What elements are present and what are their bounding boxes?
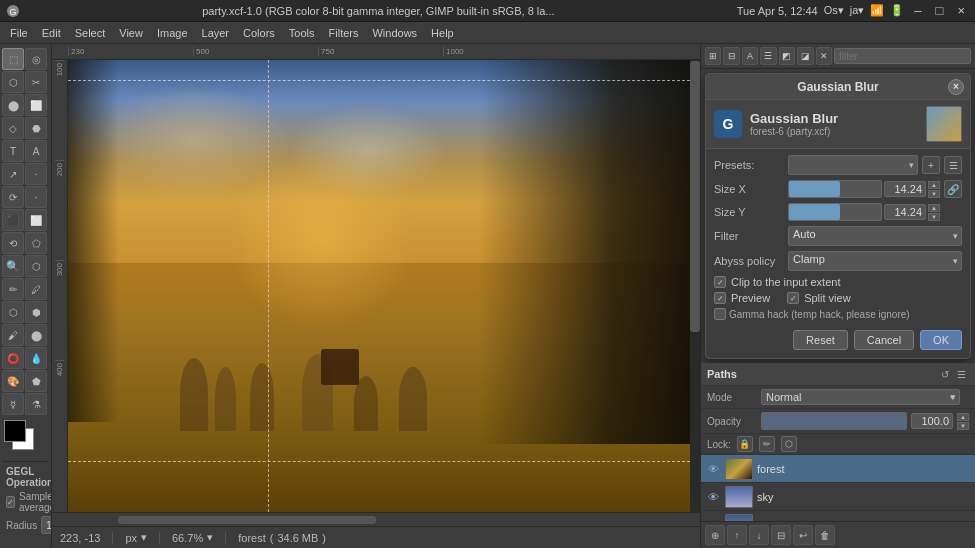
tool-clone[interactable]: ⭕ (2, 347, 24, 369)
top-icon-x[interactable]: ✕ (816, 47, 832, 65)
tool-move[interactable]: ↗ (2, 163, 24, 185)
opacity-spin-up[interactable]: ▲ (957, 413, 969, 421)
split-checkbox[interactable] (787, 292, 799, 304)
top-icon-grid[interactable]: ⊞ (705, 47, 721, 65)
menu-select[interactable]: Select (69, 25, 112, 41)
opacity-spin-down[interactable]: ▼ (957, 422, 969, 430)
sample-average-checkbox[interactable] (6, 496, 15, 508)
lock-alpha-button[interactable]: ⬡ (781, 436, 797, 452)
size-y-spin-up[interactable]: ▲ (928, 204, 940, 212)
ok-button[interactable]: OK (920, 330, 962, 350)
raise-layer-button[interactable]: ↑ (727, 525, 747, 545)
top-icon-layers[interactable]: ⊟ (723, 47, 739, 65)
tool-cage[interactable]: ⬠ (25, 232, 47, 254)
tool-crop[interactable]: ⬞ (25, 163, 47, 185)
gamma-checkbox[interactable] (714, 308, 726, 320)
dialog-close-button[interactable]: × (948, 79, 964, 95)
top-icon-pattern[interactable]: ◩ (779, 47, 795, 65)
layer-item-sky1[interactable]: 👁 sky #1 (701, 511, 975, 521)
new-layer-button[interactable]: ⊕ (705, 525, 725, 545)
tool-blend[interactable]: ⬟ (25, 370, 47, 392)
filter-input[interactable] (834, 48, 971, 64)
menu-help[interactable]: Help (425, 25, 460, 41)
size-x-spin-up[interactable]: ▲ (928, 181, 940, 189)
menu-windows[interactable]: Windows (366, 25, 423, 41)
menu-colors[interactable]: Colors (237, 25, 281, 41)
lock-pixels-button[interactable]: 🔒 (737, 436, 753, 452)
zoom-selector[interactable]: 66.7% ▾ (172, 531, 213, 544)
tool-perspective[interactable]: ⬜ (25, 209, 47, 231)
tool-airbrush[interactable]: ⬢ (25, 301, 47, 323)
tool-free-select[interactable]: ⬡ (2, 71, 24, 93)
tool-ellipse-select[interactable]: ◎ (25, 48, 47, 70)
paths-refresh-button[interactable]: ↺ (937, 366, 953, 382)
tool-paintbrush[interactable]: ✏ (2, 278, 24, 300)
tool-rect-select[interactable]: ⬚ (2, 48, 24, 70)
top-icon-gradient[interactable]: ◪ (797, 47, 813, 65)
close-button[interactable]: × (953, 3, 969, 18)
tool-pencil[interactable]: 🖊 (25, 278, 47, 300)
cancel-button[interactable]: Cancel (854, 330, 914, 350)
horizontal-scrollbar[interactable] (52, 512, 700, 526)
duplicate-layer-button[interactable]: ⊟ (771, 525, 791, 545)
size-y-slider[interactable] (788, 203, 882, 221)
menu-view[interactable]: View (113, 25, 149, 41)
tool-by-color[interactable]: ⬤ (2, 94, 24, 116)
maximize-button[interactable]: □ (932, 3, 948, 18)
tool-heal[interactable]: 💧 (25, 347, 47, 369)
presets-add-button[interactable]: + (922, 156, 940, 174)
tool-fuzzy-select[interactable]: ✂ (25, 71, 47, 93)
tool-shear[interactable]: ⬛ (2, 209, 24, 231)
tool-flip[interactable]: ⟲ (2, 232, 24, 254)
presets-menu-button[interactable]: ☰ (944, 156, 962, 174)
tool-measure[interactable]: ⬡ (25, 255, 47, 277)
menu-file[interactable]: File (4, 25, 34, 41)
tool-mypaint[interactable]: ⬤ (25, 324, 47, 346)
size-x-slider[interactable] (788, 180, 882, 198)
size-link-button[interactable]: 🔗 (944, 180, 962, 198)
size-x-input[interactable] (884, 181, 926, 197)
tool-ink[interactable]: 🖌 (2, 324, 24, 346)
v-scroll-thumb[interactable] (690, 61, 700, 332)
tool-bucket[interactable]: 🎨 (2, 370, 24, 392)
anchor-layer-button[interactable]: ↩ (793, 525, 813, 545)
tool-smudge[interactable]: ⚗ (25, 393, 47, 415)
radius-input[interactable] (41, 516, 52, 534)
os-menu[interactable]: Os▾ (824, 4, 844, 17)
abyss-select[interactable]: Clamp (788, 251, 962, 271)
size-y-spin-down[interactable]: ▼ (928, 213, 940, 221)
unit-selector[interactable]: px ▾ (125, 531, 147, 544)
h-scroll-thumb[interactable] (118, 516, 376, 524)
opacity-input[interactable] (911, 413, 953, 429)
tool-scissors[interactable]: ⬜ (25, 94, 47, 116)
menu-filters[interactable]: Filters (323, 25, 365, 41)
size-y-input[interactable] (884, 204, 926, 220)
menu-layer[interactable]: Layer (196, 25, 236, 41)
canvas-content[interactable] (68, 60, 700, 512)
delete-layer-button[interactable]: 🗑 (815, 525, 835, 545)
reset-button[interactable]: Reset (793, 330, 848, 350)
preview-checkbox[interactable] (714, 292, 726, 304)
clip-checkbox[interactable] (714, 276, 726, 288)
tool-dodge[interactable]: ☿ (2, 393, 24, 415)
minimize-button[interactable]: – (910, 3, 925, 18)
lower-layer-button[interactable]: ↓ (749, 525, 769, 545)
filter-select[interactable]: Auto (788, 226, 962, 246)
layer-item-sky[interactable]: 👁 sky (701, 483, 975, 511)
top-icon-text[interactable]: A (742, 47, 758, 65)
tool-text[interactable]: T (2, 140, 24, 162)
tool-rotate[interactable]: ⟳ (2, 186, 24, 208)
tool-paths[interactable]: ⬣ (25, 117, 47, 139)
mode-value[interactable]: Normal (761, 389, 960, 405)
vertical-scrollbar[interactable] (690, 60, 700, 512)
top-icon-brush[interactable]: ☰ (760, 47, 776, 65)
menu-image[interactable]: Image (151, 25, 194, 41)
tool-eraser[interactable]: ⬡ (2, 301, 24, 323)
foreground-color[interactable] (4, 420, 26, 442)
paths-menu-button[interactable]: ☰ (953, 366, 969, 382)
presets-select[interactable] (788, 155, 918, 175)
menu-tools[interactable]: Tools (283, 25, 321, 41)
layer-eye-forest[interactable]: 👁 (705, 461, 721, 477)
opacity-slider[interactable] (761, 412, 907, 430)
tool-align[interactable]: A (25, 140, 47, 162)
